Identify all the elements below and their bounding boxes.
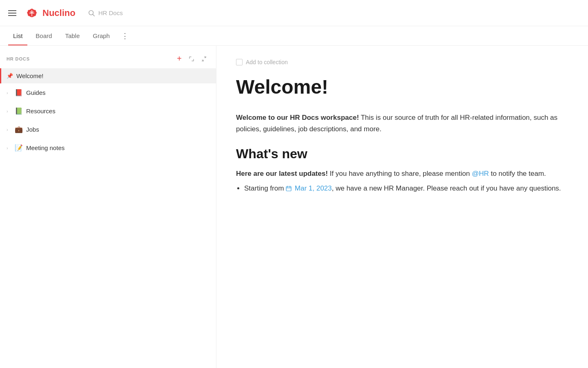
doc-intro-body: Welcome to our HR Docs workspace! This i… [236, 112, 568, 135]
bullet-1-before: Starting from [244, 184, 286, 192]
meeting-notes-emoji: 📝 [15, 144, 23, 152]
doc-intro-bold: Welcome to our HR Docs workspace! [236, 114, 359, 121]
view-tabs: List Board Table Graph ⋮ [0, 26, 588, 46]
updates-rest: If you have anything to share, please me… [328, 170, 472, 177]
resources-emoji: 📗 [15, 107, 23, 115]
svg-rect-5 [204, 108, 207, 112]
logo[interactable]: Nuclino [24, 6, 76, 20]
doc-intro-section: Welcome to our HR Docs workspace! This i… [236, 112, 568, 135]
hamburger-button[interactable] [8, 9, 20, 18]
calendar-icon [286, 186, 292, 191]
sidebar-header: HR DOCS + [0, 46, 216, 68]
copy-icon [202, 108, 208, 113]
svg-rect-10 [286, 186, 291, 191]
date-link[interactable]: Mar 1, 2023 [295, 184, 332, 192]
copy-icon [202, 89, 208, 95]
updates-after-link: to notify the team. [489, 170, 546, 177]
sidebar-actions: + [175, 52, 209, 65]
collection-label: Add to collection [246, 59, 288, 65]
list-item: Starting from Mar 1, 2023, we have a new… [244, 183, 568, 194]
sidebar-item-label: Meeting notes [26, 144, 200, 151]
pin-icon: 📌 [7, 73, 15, 79]
sidebar: HR DOCS + 📌 Welcome! [0, 46, 216, 368]
copy-icon [202, 126, 208, 132]
bullet-1-after: , we have a new HR Manager. Please reach… [332, 184, 561, 192]
hamburger-icon [8, 10, 16, 16]
search-icon [88, 9, 95, 17]
expand-icon [188, 56, 195, 62]
updates-list: Starting from Mar 1, 2023, we have a new… [236, 183, 568, 194]
collection-checkbox[interactable] [236, 59, 243, 65]
sidebar-title: HR DOCS [7, 56, 30, 61]
chevron-icon: › [7, 127, 13, 132]
tab-table[interactable]: Table [60, 26, 85, 45]
sidebar-item-label: Jobs [26, 126, 200, 133]
topbar: Nuclino HR Docs [0, 0, 588, 26]
updates-bold: Here are our latest updates! [236, 170, 328, 177]
svg-rect-7 [204, 126, 207, 130]
sidebar-item-label: Welcome! [16, 72, 209, 79]
collapse-sidebar-button[interactable] [200, 54, 209, 64]
chevron-icon: › [7, 146, 13, 150]
add-to-collection[interactable]: Add to collection [236, 59, 568, 65]
sidebar-item-resources[interactable]: › 📗 Resources [0, 102, 216, 120]
tab-list[interactable]: List [8, 26, 27, 45]
at-hr-link[interactable]: @HR [472, 170, 489, 177]
tab-board[interactable]: Board [31, 26, 57, 45]
guides-emoji: 📕 [15, 89, 23, 96]
updates-body: Here are our latest updates! If you have… [236, 168, 568, 180]
tab-more-button[interactable]: ⋮ [118, 30, 132, 42]
whats-new-heading: What's new [236, 146, 568, 162]
chevron-icon: › [7, 109, 13, 114]
svg-rect-3 [204, 90, 207, 94]
logo-brain-icon [24, 6, 39, 20]
main-area: HR DOCS + 📌 Welcome! [0, 46, 588, 368]
sidebar-item-meeting-notes[interactable]: › 📝 Meeting notes [0, 139, 216, 157]
add-item-button[interactable]: + [175, 52, 183, 65]
svg-rect-9 [204, 145, 207, 149]
svg-line-1 [93, 14, 94, 16]
sidebar-item-label: Guides [26, 89, 200, 96]
expand-sidebar-button[interactable] [187, 54, 196, 64]
sidebar-item-guides[interactable]: › 📕 Guides [0, 83, 216, 102]
search-placeholder: HR Docs [98, 9, 123, 16]
sidebar-item-label: Resources [26, 108, 200, 114]
tab-graph[interactable]: Graph [88, 26, 115, 45]
doc-title: Welcome! [236, 75, 568, 99]
content-area: Add to collection Welcome! Welcome to ou… [216, 46, 588, 368]
jobs-emoji: 💼 [15, 126, 23, 133]
copy-icon [202, 144, 208, 150]
logo-text: Nuclino [42, 8, 76, 18]
sidebar-item-jobs[interactable]: › 💼 Jobs [0, 120, 216, 139]
chevron-icon: › [7, 90, 13, 95]
updates-section: Here are our latest updates! If you have… [236, 168, 568, 194]
search-area[interactable]: HR Docs [88, 9, 123, 17]
collapse-icon [201, 56, 208, 62]
sidebar-item-welcome[interactable]: 📌 Welcome! [0, 68, 216, 83]
